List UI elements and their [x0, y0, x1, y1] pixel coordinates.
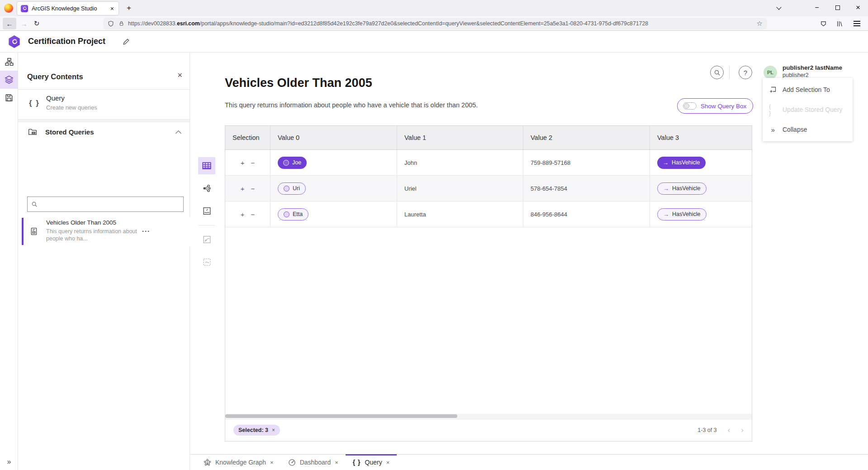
scrollbar-thumb[interactable] [225, 414, 457, 418]
column-header-value3[interactable]: Value 3 [650, 126, 752, 149]
add-to-selection-icon[interactable]: + [241, 159, 245, 167]
map-selection-icon[interactable] [198, 231, 215, 248]
menu-item-collapse[interactable]: » Collapse [763, 120, 853, 139]
user-info[interactable]: publisher2 lastName publisher2 [783, 64, 842, 79]
show-query-box-toggle[interactable]: Show Query Box [677, 98, 753, 114]
library-icon[interactable] [833, 19, 846, 29]
link-chart-view-icon[interactable] [198, 180, 215, 197]
braces-icon: { } [29, 99, 40, 108]
table-footer: Selected: 3 × 1-3 of 3 ‹ › [225, 419, 752, 441]
value2-cell: 578-654-7854 [523, 176, 650, 201]
next-page-icon[interactable]: › [741, 426, 744, 435]
entity-cell: Etta [270, 201, 397, 227]
table-row: + − Joe John 759-889-57168 →HasVehicle [225, 150, 752, 176]
menu-item-add-selection-to[interactable]: Add Selection To [763, 80, 853, 100]
sitemap-icon[interactable] [0, 53, 18, 71]
layers-icon[interactable] [0, 71, 18, 89]
lock-icon[interactable] [119, 20, 124, 27]
add-to-selection-icon[interactable]: + [241, 211, 245, 218]
remove-from-selection-icon[interactable]: − [251, 211, 255, 218]
entity-dot-icon [284, 186, 289, 192]
panel-close-icon[interactable]: × [177, 71, 182, 80]
screen: ArcGIS Knowledge Studio × + − × ← → ↻ ht… [0, 0, 868, 470]
tracking-shield-icon[interactable] [108, 20, 114, 27]
reload-button[interactable]: ↻ [30, 18, 43, 29]
tab-close-icon[interactable]: × [270, 459, 274, 466]
entity-pill[interactable]: Uri [278, 182, 306, 195]
folder-icon [28, 128, 37, 136]
menu-hamburger-icon[interactable] [850, 19, 863, 29]
relationship-cell: →HasVehicle [650, 150, 752, 175]
url-bar[interactable]: https://dev0028833.esri.com/portal/apps/… [103, 18, 767, 29]
menu-item-update-stored-query[interactable]: { } Update Stored Query [763, 100, 853, 120]
save-icon[interactable] [0, 89, 18, 107]
select-area-icon[interactable] [198, 254, 215, 271]
relationship-pill[interactable]: →HasVehicle [657, 182, 707, 195]
previous-page-icon[interactable]: ‹ [728, 426, 730, 435]
braces-icon: { } [353, 459, 361, 466]
tab-list-chevron-icon[interactable] [769, 0, 789, 15]
bookmark-star-icon[interactable]: ☆ [757, 19, 763, 28]
stored-queries-search-input[interactable] [40, 201, 180, 208]
browser-tab[interactable]: ArcGIS Knowledge Studio × [17, 2, 119, 15]
relationship-cell: →HasVehicle [650, 201, 752, 227]
results-table: Selection Value 0 Value 1 Value 2 Value … [225, 125, 752, 441]
window-close-button[interactable]: × [848, 0, 868, 15]
tab-query[interactable]: { } Query × [346, 455, 397, 470]
minimize-button[interactable]: − [807, 0, 827, 15]
stored-queries-search[interactable] [27, 197, 184, 212]
add-to-selection-icon[interactable]: + [241, 185, 245, 192]
selected-count-chip[interactable]: Selected: 3 × [233, 425, 280, 436]
stored-query-item[interactable]: Vehicles Older Than 2005 This query retu… [18, 216, 190, 246]
remove-from-selection-icon[interactable]: − [251, 185, 255, 192]
map-view-icon[interactable] [198, 202, 215, 220]
save-to-pocket-icon[interactable] [817, 19, 830, 29]
expand-panel-chevrons-icon[interactable]: » [0, 456, 18, 468]
remove-from-selection-icon[interactable]: − [251, 159, 255, 167]
tab-dashboard[interactable]: Dashboard × [281, 455, 346, 470]
clear-selection-icon[interactable]: × [272, 427, 275, 433]
browser-tab-bar: ArcGIS Knowledge Studio × + − × [0, 0, 868, 16]
panel-header: Query Contents × [18, 53, 190, 90]
knowledge-studio-logo-icon [8, 35, 20, 48]
entity-pill[interactable]: Joe [278, 157, 307, 169]
relationship-pill[interactable]: →HasVehicle [657, 157, 706, 169]
show-query-box-label: Show Query Box [701, 103, 746, 110]
bottom-tab-bar: Knowledge Graph × Dashboard × { } Query … [190, 454, 868, 470]
search-button[interactable] [710, 66, 724, 79]
user-avatar[interactable]: PL [764, 66, 777, 79]
table-view-icon[interactable] [198, 157, 215, 174]
selection-cell: + − [225, 150, 270, 175]
project-title: Certification Project [28, 37, 105, 46]
collapse-section-chevron-icon[interactable] [175, 130, 181, 136]
item-options-kebab-icon[interactable]: ··· [142, 227, 150, 235]
new-tab-button[interactable]: + [123, 3, 135, 14]
column-header-value0[interactable]: Value 0 [270, 126, 397, 149]
tab-close-icon[interactable]: × [386, 459, 390, 466]
toggle-switch[interactable] [683, 102, 697, 110]
selected-indicator-bar [22, 218, 24, 245]
relationship-pill[interactable]: →HasVehicle [657, 208, 707, 221]
back-button[interactable]: ← [3, 18, 16, 29]
forward-button[interactable]: → [17, 18, 31, 29]
browser-toolbar: ← → ↻ https://dev0028833.esri.com/portal… [0, 16, 868, 31]
new-query-item[interactable]: { } Query Create new queries [18, 90, 190, 120]
help-button[interactable]: ? [739, 66, 752, 79]
tab-knowledge-graph[interactable]: Knowledge Graph × [196, 455, 281, 470]
selection-cell: + − [225, 201, 270, 227]
entity-pill[interactable]: Etta [278, 208, 308, 221]
column-header-selection[interactable]: Selection [225, 126, 270, 149]
knowledge-graph-icon [204, 459, 211, 466]
column-header-value2[interactable]: Value 2 [523, 126, 650, 149]
edit-title-pencil-icon[interactable] [120, 36, 131, 47]
maximize-button[interactable] [828, 0, 848, 15]
column-header-value1[interactable]: Value 1 [397, 126, 523, 149]
toolstrip-divider [199, 225, 215, 225]
firefox-icon[interactable] [4, 4, 13, 13]
app-header: Certification Project ? PL publisher2 la… [0, 31, 868, 53]
tab-close-icon[interactable]: × [335, 459, 338, 466]
tab-close-icon[interactable]: × [109, 5, 115, 12]
entity-dot-icon [284, 211, 289, 217]
entity-cell: Uri [270, 176, 397, 201]
stored-queries-title: Stored Queries [45, 128, 94, 136]
